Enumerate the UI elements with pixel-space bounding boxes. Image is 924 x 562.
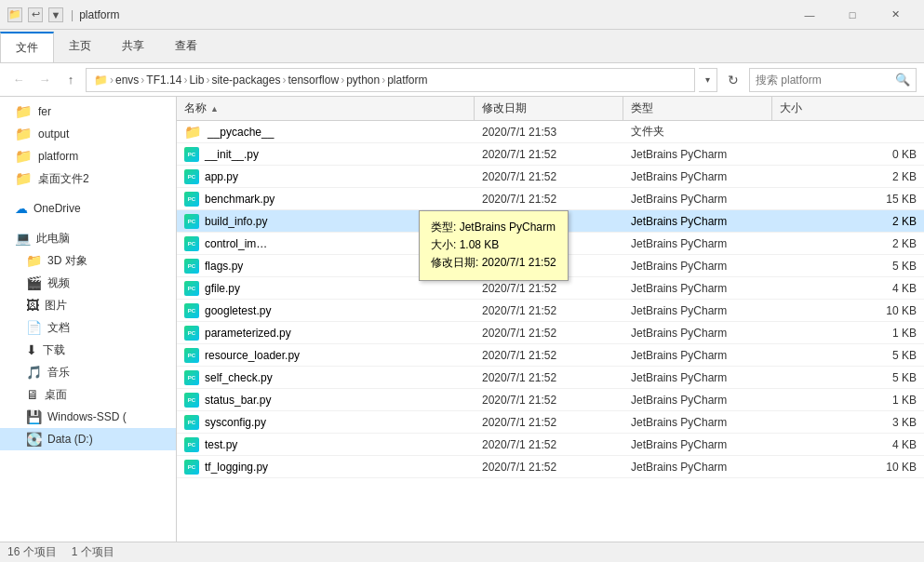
status-selected: 1 个项目 <box>72 544 114 560</box>
close-button[interactable]: ✕ <box>874 0 917 30</box>
file-size-cell: 5 KB <box>772 260 924 273</box>
file-name-cell: PC googletest.py <box>177 303 475 318</box>
title-bar: 📁 ↩ ▼ | platform — □ ✕ <box>0 0 924 30</box>
py-icon: PC <box>184 460 199 475</box>
file-tooltip: 类型: JetBrains PyCharm 大小: 1.08 KB 修改日期: … <box>419 210 569 281</box>
table-row[interactable]: PC status_bar.py 2020/7/1 21:52 JetBrain… <box>177 389 924 411</box>
sidebar-item-fer[interactable]: 📁 fer <box>0 100 176 123</box>
sidebar-label-video: 视频 <box>47 275 70 291</box>
sidebar-item-datad[interactable]: 💽 Data (D:) <box>0 428 176 450</box>
sidebar-divider <box>0 190 176 197</box>
path-tf114[interactable]: TF1.14 <box>146 74 181 87</box>
table-row[interactable]: PC googletest.py 2020/7/1 21:52 JetBrain… <box>177 300 924 322</box>
path-folder-icon: 📁 <box>94 74 108 87</box>
minimize-button[interactable]: — <box>788 0 831 30</box>
file-name: test.py <box>205 438 237 451</box>
table-row[interactable]: PC resource_loader.py 2020/7/1 21:52 Jet… <box>177 344 924 367</box>
status-count: 16 个项目 <box>7 544 57 560</box>
file-name: benchmark.py <box>205 193 275 206</box>
sidebar-item-platform[interactable]: 📁 platform <box>0 145 176 167</box>
address-path[interactable]: 📁 › envs › TF1.14 › Lib › site-packages … <box>86 68 695 92</box>
file-name: __init__.py <box>205 148 259 161</box>
refresh-button[interactable]: ↻ <box>721 68 745 92</box>
file-name-cell: PC __init__.py <box>177 147 475 162</box>
table-row[interactable]: PC self_check.py 2020/7/1 21:52 JetBrain… <box>177 367 924 389</box>
file-size-cell: 4 KB <box>772 438 924 451</box>
back-button[interactable]: ← <box>7 69 30 91</box>
file-type-cell: JetBrains PyCharm <box>623 193 772 206</box>
col-header-type[interactable]: 类型 <box>623 97 772 120</box>
path-python[interactable]: python <box>346 74 380 87</box>
file-name-cell: PC test.py <box>177 437 475 452</box>
table-row[interactable]: PC sysconfig.py 2020/7/1 21:52 JetBrains… <box>177 411 924 434</box>
sidebar-item-windows-ssd[interactable]: 💾 Windows-SSD ( <box>0 406 176 428</box>
sidebar-item-desktop2[interactable]: 📁 桌面文件2 <box>0 167 176 190</box>
col-header-name[interactable]: 名称 ▲ <box>177 97 475 120</box>
table-row[interactable]: PC __init__.py 2020/7/1 21:52 JetBrains … <box>177 143 924 166</box>
search-input[interactable] <box>756 74 895 87</box>
file-name: flags.py <box>205 260 243 273</box>
file-name-cell: PC parameterized.py <box>177 326 475 341</box>
ribbon-tab-home[interactable]: 主页 <box>54 30 107 62</box>
ribbon-tab-file[interactable]: 文件 <box>0 32 54 62</box>
file-name-cell: 📁 __pycache__ <box>177 124 475 140</box>
forward-button[interactable]: → <box>33 69 56 91</box>
file-size-cell: 2 KB <box>772 237 924 250</box>
file-name-cell: PC self_check.py <box>177 370 475 385</box>
sidebar-item-thispc[interactable]: 💻 此电脑 <box>0 227 176 249</box>
address-dropdown-button[interactable]: ▾ <box>699 68 717 92</box>
maximize-button[interactable]: □ <box>831 0 874 30</box>
table-row[interactable]: PC test.py 2020/7/1 21:52 JetBrains PyCh… <box>177 434 924 456</box>
sidebar-item-pictures[interactable]: 🖼 图片 <box>0 294 176 316</box>
cloud-icon: ☁ <box>15 201 28 216</box>
table-row[interactable]: 📁 __pycache__ 2020/7/1 21:53 文件夹 <box>177 121 924 143</box>
path-platform[interactable]: platform <box>387 74 427 87</box>
tooltip-line3: 修改日期: 2020/7/1 21:52 <box>431 254 556 272</box>
up-button[interactable]: ↑ <box>60 69 82 91</box>
table-row[interactable]: PC build_info.py 2020/7/1 21:52 JetBrain… <box>177 210 924 233</box>
path-tensorflow[interactable]: tensorflow <box>288 74 339 87</box>
table-row[interactable]: PC gfile.py 2020/7/1 21:52 JetBrains PyC… <box>177 277 924 300</box>
col-header-date[interactable]: 修改日期 <box>475 97 623 120</box>
title-bar-pin[interactable]: ▼ <box>48 7 63 22</box>
downloads-icon: ⬇ <box>26 342 37 357</box>
file-name: __pycache__ <box>208 126 274 139</box>
col-header-size[interactable]: 大小 <box>772 97 924 120</box>
ribbon-tab-view[interactable]: 查看 <box>160 30 213 62</box>
drive-icon: 💾 <box>26 409 42 424</box>
file-name-cell: PC app.py <box>177 169 475 184</box>
music-icon: 🎵 <box>26 365 42 380</box>
title-bar-title: platform <box>79 8 119 21</box>
sidebar-item-music[interactable]: 🎵 音乐 <box>0 361 176 383</box>
ribbon-tab-share[interactable]: 共享 <box>107 30 160 62</box>
ribbon: 文件 主页 共享 查看 <box>0 30 924 63</box>
py-icon: PC <box>184 348 199 363</box>
folder-3d-icon: 📁 <box>26 253 42 268</box>
py-icon: PC <box>184 303 199 318</box>
computer-icon: 💻 <box>15 231 31 246</box>
file-name-cell: PC tf_logging.py <box>177 460 475 475</box>
sidebar-item-downloads[interactable]: ⬇ 下载 <box>0 339 176 361</box>
quick-access-icon[interactable]: 📁 <box>7 7 22 22</box>
table-row[interactable]: PC tf_logging.py 2020/7/1 21:52 JetBrain… <box>177 456 924 478</box>
sidebar-item-3d[interactable]: 📁 3D 对象 <box>0 249 176 272</box>
sidebar-item-video[interactable]: 🎬 视频 <box>0 272 176 294</box>
py-icon: PC <box>184 169 199 184</box>
search-box[interactable]: 🔍 <box>749 68 917 92</box>
py-icon: PC <box>184 281 199 296</box>
file-date-cell: 2020/7/1 21:53 <box>475 126 623 139</box>
py-icon: PC <box>184 326 199 341</box>
sidebar-label-downloads: 下载 <box>43 342 65 358</box>
sidebar-item-desktop[interactable]: 🖥 桌面 <box>0 383 176 406</box>
path-envs[interactable]: envs <box>115 74 139 87</box>
file-date-cell: 2020/7/1 21:52 <box>475 461 623 474</box>
path-lib[interactable]: Lib <box>189 74 204 87</box>
sidebar-item-onedrive[interactable]: ☁ OneDrive <box>0 197 176 220</box>
path-site-packages[interactable]: site-packages <box>211 74 280 87</box>
table-row[interactable]: PC parameterized.py 2020/7/1 21:52 JetBr… <box>177 322 924 344</box>
table-row[interactable]: PC benchmark.py 2020/7/1 21:52 JetBrains… <box>177 188 924 210</box>
table-row[interactable]: PC app.py 2020/7/1 21:52 JetBrains PyCha… <box>177 166 924 188</box>
sidebar-item-output[interactable]: 📁 output <box>0 123 176 145</box>
undo-icon[interactable]: ↩ <box>28 7 43 22</box>
sidebar-item-docs[interactable]: 📄 文档 <box>0 316 176 339</box>
